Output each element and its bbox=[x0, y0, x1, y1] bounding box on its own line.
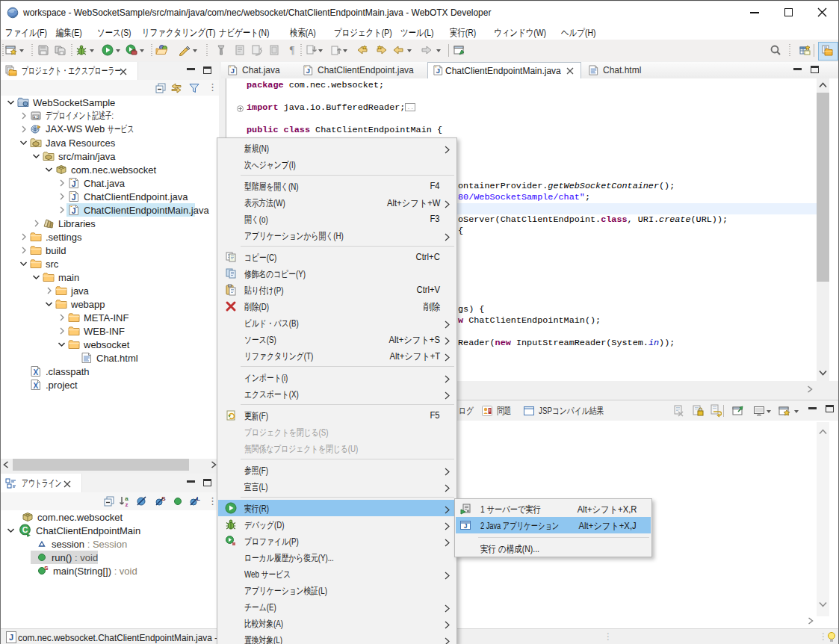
svg-text:J: J bbox=[306, 66, 309, 75]
svg-text:S: S bbox=[161, 495, 166, 502]
svg-text:J: J bbox=[72, 206, 76, 215]
svg-text:C: C bbox=[22, 525, 28, 534]
svg-text:J: J bbox=[9, 633, 13, 642]
svg-text:S: S bbox=[44, 565, 49, 572]
svg-text:J: J bbox=[436, 66, 439, 75]
svg-text:X: X bbox=[33, 382, 38, 390]
svg-text:J: J bbox=[72, 193, 76, 202]
svg-text:4.0: 4.0 bbox=[34, 115, 39, 120]
svg-text:J: J bbox=[464, 522, 468, 530]
svg-text:z: z bbox=[126, 501, 129, 507]
svg-text:X: X bbox=[33, 368, 38, 377]
svg-text:¶: ¶ bbox=[290, 45, 295, 56]
svg-text:J: J bbox=[230, 66, 234, 75]
svg-text:L: L bbox=[196, 495, 200, 502]
svg-text:J: J bbox=[72, 179, 76, 188]
